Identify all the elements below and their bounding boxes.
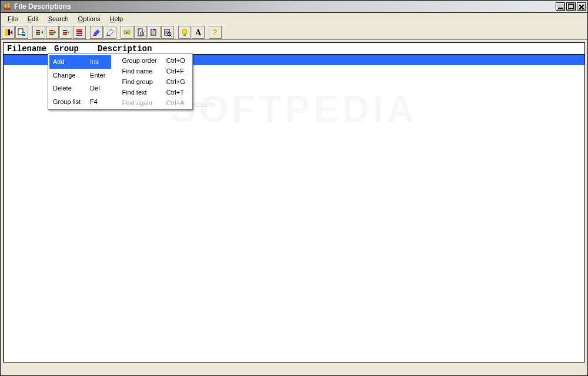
ctx-group-list[interactable]: Group list F4 — [49, 95, 111, 109]
ctx-delete[interactable]: Delete Del — [49, 82, 111, 95]
ctx-label: Delete — [49, 82, 86, 95]
ctx-col-right: Group order Ctrl+O Find name Ctrl+F Find… — [118, 55, 191, 108]
svg-rect-1 — [5, 4, 6, 8]
app-icon — [2, 2, 12, 11]
ctx-shortcut: F4 — [86, 95, 111, 109]
ctx-label: Find name — [118, 66, 162, 76]
tb-clear[interactable] — [103, 26, 116, 39]
list-body: SOFTPEDI SOFTPEDIA www.softpedia.com www… — [4, 55, 584, 362]
file-list[interactable]: Filename Group Description SOFTPEDI SOFT… — [3, 42, 585, 362]
ctx-label: Change — [49, 69, 86, 82]
tb-group-list[interactable] — [73, 26, 86, 39]
svg-rect-26 — [106, 35, 110, 36]
ctx-label: Find group — [118, 76, 162, 87]
menu-search[interactable]: Search — [44, 14, 74, 24]
svg-marker-15 — [54, 31, 56, 34]
menubar: File Edit Search Options Help — [1, 13, 587, 25]
app-window: File Descriptions File Edit Search Optio… — [0, 0, 588, 376]
client-area: Filename Group Description SOFTPEDI SOFT… — [1, 40, 587, 365]
ctx-label: Find again — [118, 98, 162, 108]
ctx-col-left: Add Ins Change Enter Delete Del Group — [49, 55, 111, 108]
ctx-shortcut: Ctrl+F — [163, 66, 191, 76]
ctx-shortcut: Ctrl+O — [163, 55, 191, 66]
svg-rect-34 — [153, 29, 155, 31]
svg-rect-24 — [93, 35, 96, 36]
svg-line-43 — [171, 35, 172, 36]
ctx-add[interactable]: Add Ins — [49, 55, 111, 69]
svg-rect-0 — [4, 8, 11, 10]
col-filename[interactable]: Filename — [7, 44, 54, 53]
tb-change[interactable] — [46, 26, 59, 39]
tb-apply[interactable] — [15, 26, 28, 39]
svg-rect-7 — [22, 33, 25, 34]
ctx-label: Add — [49, 55, 86, 69]
svg-point-44 — [182, 29, 187, 34]
svg-rect-28 — [128, 31, 130, 34]
ctx-label: Find text — [118, 87, 162, 98]
svg-rect-3 — [5, 29, 8, 36]
menu-options[interactable]: Options — [74, 14, 105, 24]
watermark-big: SOFTPEDIA — [171, 88, 417, 131]
menu-file[interactable]: File — [3, 14, 23, 24]
tb-group-order[interactable] — [121, 26, 133, 39]
tb-font[interactable]: A — [192, 26, 205, 39]
svg-text:?: ? — [212, 28, 218, 37]
ctx-find-group[interactable]: Find group Ctrl+G — [118, 76, 191, 87]
col-description[interactable]: Description — [98, 44, 152, 53]
status-strip — [1, 365, 587, 375]
tb-hint[interactable] — [178, 26, 191, 39]
tb-find-text[interactable] — [161, 26, 174, 39]
tb-clear-all[interactable] — [90, 26, 103, 39]
svg-rect-30 — [139, 29, 140, 31]
svg-rect-4 — [8, 29, 10, 35]
ctx-shortcut: Ctrl+A — [163, 98, 191, 108]
svg-text:A: A — [195, 28, 202, 37]
ctx-change[interactable]: Change Enter — [49, 69, 111, 82]
tb-delete[interactable] — [59, 26, 72, 39]
ctx-label: Group list — [49, 95, 86, 109]
context-menu: Add Ins Change Enter Delete Del Group — [48, 53, 193, 110]
ctx-group-order[interactable]: Group order Ctrl+O — [118, 55, 191, 66]
tb-find-group[interactable] — [148, 26, 161, 39]
titlebar: File Descriptions — [1, 1, 587, 13]
tb-find-name[interactable] — [134, 26, 147, 39]
ctx-find-again[interactable]: Find again Ctrl+A — [118, 98, 191, 108]
svg-rect-45 — [183, 34, 186, 36]
ctx-find-text[interactable]: Find text Ctrl+T — [118, 87, 191, 98]
menu-edit[interactable]: Edit — [23, 14, 44, 24]
menu-help[interactable]: Help — [105, 14, 128, 24]
tb-add[interactable] — [32, 26, 45, 39]
ctx-shortcut: Enter — [86, 69, 111, 82]
svg-rect-2 — [8, 3, 9, 8]
list-header: Filename Group Description — [4, 43, 584, 55]
ctx-shortcut: Ctrl+G — [163, 76, 191, 87]
svg-line-32 — [143, 35, 145, 36]
maximize-button[interactable] — [566, 2, 576, 11]
ctx-shortcut: Del — [86, 82, 111, 95]
window-title: File Descriptions — [14, 2, 554, 11]
ctx-shortcut: Ins — [86, 55, 111, 69]
minimize-button[interactable] — [556, 2, 565, 11]
close-button[interactable] — [577, 2, 586, 11]
tb-help[interactable]: ? — [209, 26, 222, 39]
col-group[interactable]: Group — [54, 44, 98, 53]
ctx-find-name[interactable]: Find name Ctrl+F — [118, 66, 191, 76]
tb-exit[interactable] — [2, 26, 15, 39]
toolbar: A ? — [1, 25, 587, 40]
ctx-label: Group order — [118, 55, 162, 66]
ctx-shortcut: Ctrl+T — [163, 87, 191, 98]
